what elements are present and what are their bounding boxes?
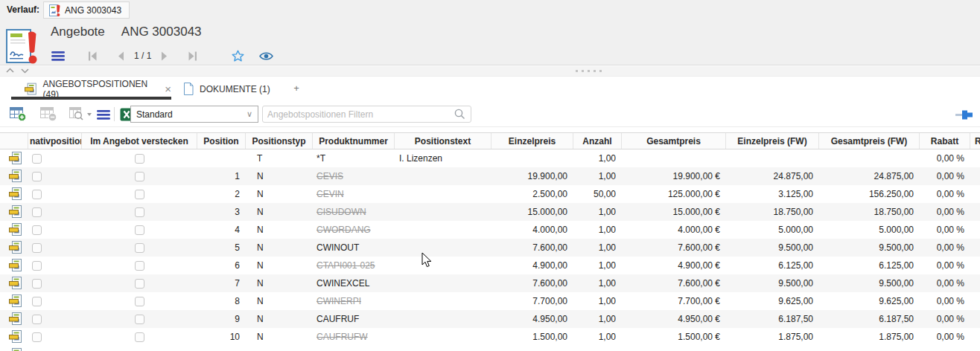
cell-gesamtpreis: 15.000,00 € <box>622 203 726 221</box>
cell-rabatt: 0,00 % <box>920 310 970 328</box>
verstecken-checkbox[interactable] <box>135 154 144 164</box>
first-record-button[interactable] <box>83 47 101 65</box>
column-header-position[interactable]: Position <box>197 133 246 149</box>
table-row[interactable]: 8 N CWINERPI 7.700,00 1,00 7.700,00 € 9.… <box>0 292 980 310</box>
verstecken-checkbox[interactable] <box>135 279 144 289</box>
table-row-partial[interactable] <box>0 346 980 351</box>
column-header-positionstext[interactable]: Positionstext <box>395 133 491 149</box>
column-header-produktnummer[interactable]: Produktnummer <box>313 133 395 149</box>
next-record-button[interactable] <box>156 47 174 65</box>
position-row-icon[interactable] <box>0 239 28 257</box>
cell-gesamtpreis-fw: 1.875,00 <box>819 328 920 346</box>
position-row-icon[interactable] <box>0 328 28 346</box>
alternativposition-checkbox[interactable] <box>32 154 42 164</box>
column-header-anzahl[interactable]: Anzahl <box>573 133 622 149</box>
table-row[interactable]: 1 N CEVIS 19.900,00 1,00 19.900,00 € 24.… <box>0 167 980 185</box>
column-header-alternativposition[interactable]: nativposition <box>28 133 82 149</box>
alternativposition-checkbox[interactable] <box>32 225 42 235</box>
table-row[interactable]: 9 N CAUFRUF 4.950,00 1,00 4.950,00 € 6.1… <box>0 310 980 328</box>
cell-produktnummer: *T <box>313 149 395 167</box>
pin-panel-button[interactable] <box>955 109 975 123</box>
alternativposition-checkbox[interactable] <box>32 172 42 181</box>
expand-down-icon[interactable] <box>21 68 29 74</box>
position-row-icon[interactable] <box>0 185 28 203</box>
search-position-button-disabled[interactable] <box>69 106 93 123</box>
verstecken-checkbox[interactable] <box>135 315 144 324</box>
position-row-icon[interactable] <box>0 221 28 239</box>
table-row[interactable]: T *T I. Lizenzen 1,00 0,00 % <box>0 149 980 167</box>
position-row-icon[interactable] <box>0 274 28 292</box>
verstecken-checkbox[interactable] <box>135 243 144 253</box>
alternativposition-checkbox[interactable] <box>32 190 42 199</box>
alternativposition-checkbox[interactable] <box>32 261 42 271</box>
remove-position-icon <box>40 107 57 122</box>
view-selector-dropdown[interactable]: Standard ∨ <box>130 106 258 123</box>
position-row-icon[interactable] <box>0 167 28 185</box>
tab-dokumente[interactable]: DOKUMENTE (1) <box>182 77 270 101</box>
positions-filter-input[interactable] <box>263 106 454 122</box>
cell-position: 2 <box>197 185 246 203</box>
verstecken-checkbox[interactable] <box>135 297 144 306</box>
menu-hamburger-button[interactable] <box>49 47 67 65</box>
column-header-einzelpreis-fw[interactable]: Einzelpreis (FW) <box>726 133 819 149</box>
alternativposition-checkbox[interactable] <box>32 332 42 342</box>
table-row[interactable]: 7 N CWINEXCEL 7.600,00 1,00 7.600,00 € 9… <box>0 274 980 292</box>
pane-splitter[interactable] <box>0 66 980 77</box>
alternativposition-checkbox[interactable] <box>32 279 42 289</box>
cell-produktnummer: CWORDANG <box>313 221 395 239</box>
column-header-verstecken[interactable]: Im Angebot verstecken <box>82 133 197 149</box>
cell-gesamtpreis-fw: 5.000,00 <box>819 221 920 239</box>
add-position-button[interactable] <box>10 106 27 123</box>
splitter-grip-icon[interactable] <box>576 70 602 72</box>
verstecken-checkbox[interactable] <box>135 261 144 271</box>
column-header-partial[interactable]: R <box>970 133 980 149</box>
verstecken-checkbox[interactable] <box>135 172 144 181</box>
verstecken-checkbox[interactable] <box>135 225 144 235</box>
verstecken-checkbox[interactable] <box>135 207 144 217</box>
alternativposition-checkbox[interactable] <box>32 207 42 217</box>
table-row[interactable]: 6 N CTAPI001-025 4.900,00 1,00 4.900,00 … <box>0 257 980 274</box>
cell-anzahl: 1,00 <box>573 149 622 167</box>
position-row-icon[interactable] <box>0 310 28 328</box>
tab-close-icon[interactable]: × <box>165 83 171 94</box>
position-row-icon[interactable] <box>0 149 28 167</box>
position-row-icon[interactable] <box>0 292 28 310</box>
table-row[interactable]: 5 N CWINOUT 7.600,00 1,00 7.600,00 € 9.5… <box>0 239 980 257</box>
verstecken-checkbox[interactable] <box>135 190 144 199</box>
cell-produktnummer: CWINOUT <box>313 239 395 257</box>
column-header-positionstyp[interactable]: Positionstyp <box>246 133 313 149</box>
verstecken-checkbox[interactable] <box>135 332 144 342</box>
collapse-up-icon[interactable] <box>6 68 14 74</box>
history-item-ang[interactable]: ANG 3003043 <box>43 1 130 19</box>
search-icon[interactable] <box>454 108 466 120</box>
position-row-icon[interactable] <box>0 203 28 221</box>
favorite-star-button[interactable] <box>229 47 246 65</box>
previous-record-button[interactable] <box>112 47 130 65</box>
column-header-rabatt[interactable]: Rabatt <box>920 133 970 149</box>
tab-angebotspositionen[interactable]: ANGEBOTSPOSITIONEN (49) × <box>11 77 171 101</box>
position-row-icon[interactable] <box>0 346 28 351</box>
column-header-einzelpreis[interactable]: Einzelpreis <box>491 133 573 149</box>
column-header-gesamtpreis[interactable]: Gesamtpreis <box>622 133 726 149</box>
table-row[interactable]: 4 N CWORDANG 4.000,00 1,00 4.000,00 € 5.… <box>0 221 980 239</box>
column-header-gesamtpreis-fw[interactable]: Gesamtpreis (FW) <box>819 133 920 149</box>
grid-menu-button[interactable] <box>97 106 110 123</box>
alternativposition-checkbox[interactable] <box>32 243 42 253</box>
position-row-icon[interactable] <box>0 257 28 274</box>
cell-partial <box>970 149 980 167</box>
alternativposition-checkbox[interactable] <box>32 315 42 324</box>
cell-produktnummer: CWINERPI <box>313 292 395 310</box>
cell-gesamtpreis: 4.950,00 € <box>622 310 726 328</box>
add-tab-button[interactable]: + <box>290 83 302 94</box>
alternativposition-checkbox[interactable] <box>32 297 42 306</box>
table-row[interactable]: 10 N CAUFRUFW 1.500,00 1,00 1.500,00 € 1… <box>0 328 980 346</box>
table-row[interactable]: 3 N CISUDOWN 15.000,00 1,00 15.000,00 € … <box>0 203 980 221</box>
cell-positionstyp: T <box>246 149 313 167</box>
page-title: AngeboteANG 3003043 <box>51 25 202 39</box>
positions-filter-field[interactable] <box>262 106 471 123</box>
last-record-button[interactable] <box>184 47 202 65</box>
remove-position-button-disabled[interactable] <box>40 106 57 123</box>
cell-anzahl: 1,00 <box>573 257 622 274</box>
watch-record-button[interactable] <box>257 47 275 65</box>
table-row[interactable]: 2 N CEVIN 2.500,00 50,00 125.000,00 € 3.… <box>0 185 980 203</box>
